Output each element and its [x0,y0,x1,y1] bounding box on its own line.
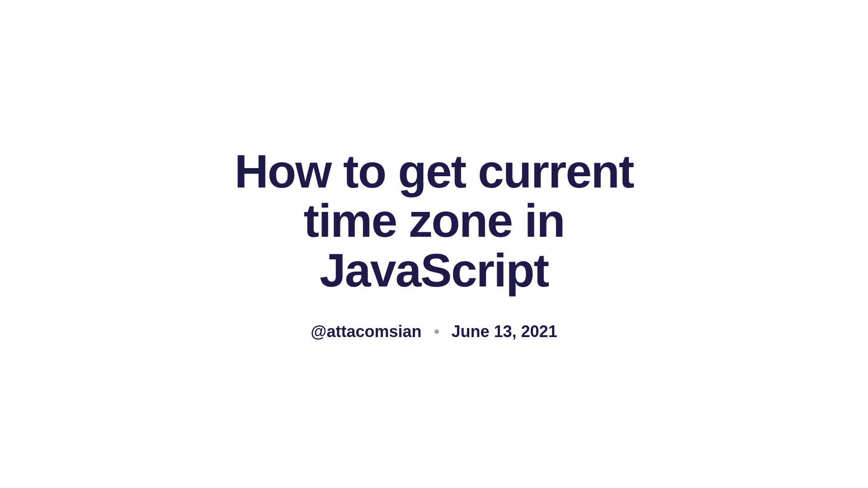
article-header: How to get current time zone in JavaScri… [185,147,683,341]
article-meta: @attacomsian June 13, 2021 [185,322,683,341]
meta-separator-icon [434,329,439,334]
article-title: How to get current time zone in JavaScri… [185,147,683,295]
author-handle: @attacomsian [311,322,421,341]
publish-date: June 13, 2021 [452,322,557,341]
